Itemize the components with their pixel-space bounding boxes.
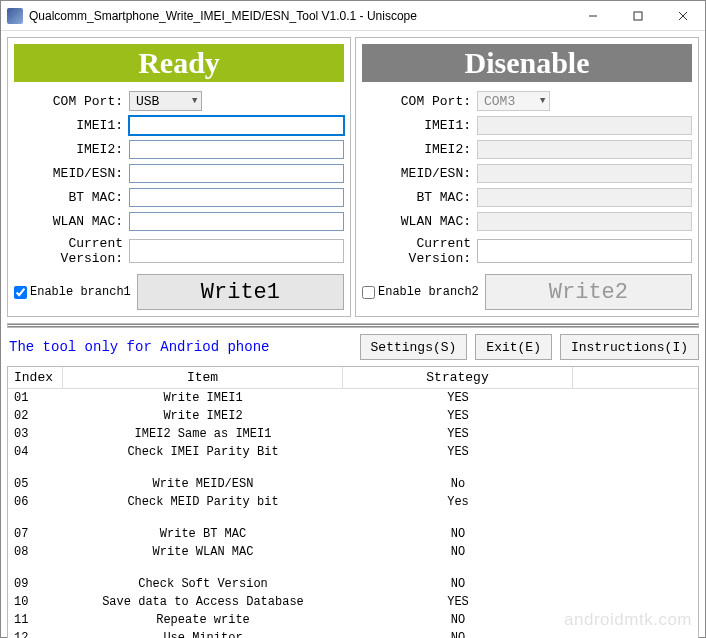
col-item-header[interactable]: Item [63,367,343,388]
write2-button: Write2 [485,274,692,310]
settings-button[interactable]: Settings(S) [360,334,468,360]
enable-branch2-checkbox[interactable]: Enable branch2 [362,285,479,299]
bt-mac-label-2: BT MAC: [362,190,477,205]
com-port-label: COM Port: [14,94,129,109]
branch1-imei2-input[interactable] [129,140,344,159]
branch1-current-version [129,239,344,263]
panels: Ready COM Port: USB ▼ IMEI1: IMEI [7,37,699,317]
branch1-wlan-mac-input[interactable] [129,212,344,231]
wlan-mac-label: WLAN MAC: [14,214,129,229]
branch2-com-port-combo: COM3 ▼ [477,91,550,111]
table-header: Index Item Strategy [8,367,698,389]
branch1-status-banner: Ready [14,44,344,82]
table-row[interactable]: 08Write WLAN MACNO [8,543,698,561]
col-pad-header [573,367,698,388]
close-button[interactable] [660,1,705,31]
col-strategy-header[interactable]: Strategy [343,367,573,388]
imei2-label-2: IMEI2: [362,142,477,157]
meid-esn-label: MEID/ESN: [14,166,129,181]
wlan-mac-label-2: WLAN MAC: [362,214,477,229]
com-port-label-2: COM Port: [362,94,477,109]
branch2-imei2-input [477,140,692,159]
branch2-wlan-mac-input [477,212,692,231]
strategy-table: Index Item Strategy 01Write IMEI1YES02Wr… [7,366,699,638]
midbar: The tool only for Andriod phone Settings… [7,332,699,366]
divider [7,323,699,328]
titlebar: Qualcomm_Smartphone_Write_IMEI_MEID/ESN_… [1,1,705,31]
branch1-bt-mac-input[interactable] [129,188,344,207]
table-row[interactable]: 04Check IMEI Parity BitYES [8,443,698,461]
window-controls [570,1,705,31]
table-row[interactable]: 12Use MinitorNO [8,629,698,638]
table-row[interactable]: 01Write IMEI1YES [8,389,698,407]
branch1-imei1-input[interactable] [129,116,344,135]
branch2-imei1-input [477,116,692,135]
branch2-bt-mac-input [477,188,692,207]
imei1-label-2: IMEI1: [362,118,477,133]
watermark: androidmtk.com [564,610,692,630]
branch2-current-version [477,239,692,263]
maximize-button[interactable] [615,1,660,31]
instructions-button[interactable]: Instructions(I) [560,334,699,360]
table-row[interactable]: 10Save data to Access DatabaseYES [8,593,698,611]
imei1-label: IMEI1: [14,118,129,133]
minimize-button[interactable] [570,1,615,31]
table-body: 01Write IMEI1YES02Write IMEI2YES03IMEI2 … [8,389,698,638]
table-row[interactable]: 09Check Soft VersionNO [8,575,698,593]
branch2-status-banner: Disenable [362,44,692,82]
col-index-header[interactable]: Index [8,367,63,388]
write1-button[interactable]: Write1 [137,274,344,310]
imei2-label: IMEI2: [14,142,129,157]
table-row[interactable]: 02Write IMEI2YES [8,407,698,425]
enable-branch1-checkbox[interactable]: Enable branch1 [14,285,131,299]
exit-button[interactable]: Exit(E) [475,334,552,360]
window: Qualcomm_Smartphone_Write_IMEI_MEID/ESN_… [0,0,706,638]
branch1-panel: Ready COM Port: USB ▼ IMEI1: IMEI [7,37,351,317]
branch1-meid-esn-input[interactable] [129,164,344,183]
chevron-down-icon: ▼ [540,96,545,106]
chevron-down-icon: ▼ [192,96,197,106]
app-icon [7,8,23,24]
table-row[interactable]: 03IMEI2 Same as IMEI1YES [8,425,698,443]
branch1-com-port-combo[interactable]: USB ▼ [129,91,202,111]
table-row[interactable]: 05Write MEID/ESNNo [8,475,698,493]
meid-esn-label-2: MEID/ESN: [362,166,477,181]
note-text: The tool only for Andriod phone [7,339,352,355]
content: Ready COM Port: USB ▼ IMEI1: IMEI [1,31,705,638]
bt-mac-label: BT MAC: [14,190,129,205]
branch2-panel: Disenable COM Port: COM3 ▼ IMEI1: [355,37,699,317]
svg-rect-1 [634,12,642,20]
table-row[interactable]: 06Check MEID Parity bitYes [8,493,698,511]
current-version-label-2: Current Version: [362,236,477,266]
current-version-label: Current Version: [14,236,129,266]
branch2-meid-esn-input [477,164,692,183]
window-title: Qualcomm_Smartphone_Write_IMEI_MEID/ESN_… [29,9,570,23]
table-row[interactable]: 07Write BT MACNO [8,525,698,543]
